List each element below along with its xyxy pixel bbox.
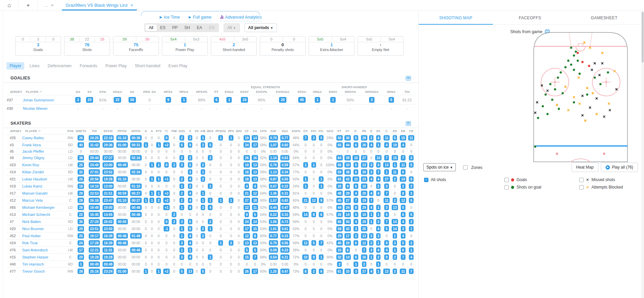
player-link[interactable]: Michael Schiechl [22, 211, 66, 218]
shot-on-goal-marker[interactable] [570, 47, 572, 49]
tab-faceoffs[interactable]: FACEOFFS [493, 11, 567, 24]
col-header[interactable]: SHGA [309, 89, 325, 95]
col-header[interactable]: SHIFTS [74, 128, 87, 134]
table-row[interactable]: #5Jacob PfefferLD000:0000:0000:0000:0000… [6, 149, 415, 154]
goal-marker[interactable] [588, 65, 590, 67]
col-header[interactable]: PT [212, 89, 221, 95]
table-row[interactable]: #23Kevin RoyLW2524:4023:0000:4900:000110… [6, 162, 415, 169]
player-link[interactable]: Marcus Vela [22, 197, 66, 204]
player-link[interactable]: Lukas Kainz [22, 183, 66, 190]
player-link[interactable]: Jonas Gunnarsson [23, 95, 73, 105]
link-advanced-analytics[interactable]: Advanced Analytics [220, 14, 262, 21]
col-header[interactable]: XGF% [290, 128, 301, 134]
table-row[interactable]: #21Lukas HaudumLW2620:5619:2801:1000:000… [6, 176, 415, 183]
shot-on-goal-marker[interactable] [534, 145, 536, 148]
view-tab-lines[interactable]: Lines [26, 62, 43, 70]
home-icon[interactable]: ⌂ [0, 0, 19, 10]
shot-on-goal-marker[interactable] [554, 88, 556, 91]
shot-on-goal-marker[interactable] [573, 54, 575, 57]
col-header[interactable]: P+ [343, 128, 352, 134]
col-header[interactable]: ESGA [221, 89, 237, 95]
table-row[interactable]: #14Kilian ZündelRD3227:0123:5200:0002:34… [6, 169, 415, 176]
shot-on-goal-marker[interactable] [593, 76, 596, 79]
player-link[interactable]: Lukas Haudum [22, 176, 66, 183]
col-header[interactable]: EN [399, 128, 407, 134]
shot-on-goal-marker[interactable] [586, 93, 588, 96]
table-row[interactable]: #19Lukas KainzRW1814:1013:0000:0001:1000… [6, 183, 415, 190]
tab-gamesheet[interactable]: GAMESHEET [567, 11, 641, 24]
col-header[interactable]: XGF [268, 128, 279, 134]
col-header[interactable]: SOGA [109, 89, 125, 95]
col-header[interactable]: FO+ [310, 128, 318, 134]
col-header[interactable]: S [186, 128, 194, 134]
col-header[interactable]: PTS [155, 128, 162, 134]
attempts-blocked-checkbox[interactable] [579, 185, 584, 190]
col-header[interactable]: SV% [96, 89, 109, 95]
col-header[interactable]: PPSOG [214, 128, 227, 134]
shot-on-goal-marker[interactable] [558, 108, 560, 110]
add-tab-icon[interactable]: + [19, 0, 38, 10]
shot-on-goal-marker[interactable] [599, 83, 601, 85]
goal-marker[interactable] [581, 61, 584, 63]
spots-select[interactable]: Spots on ice ▼ [423, 163, 456, 171]
col-header[interactable]: %FO [325, 128, 335, 134]
col-header[interactable]: SHSOGA [360, 89, 384, 95]
col-header[interactable]: PPS [227, 128, 235, 134]
col-header[interactable]: SA [125, 89, 139, 95]
player-link[interactable]: Frank Hora [22, 142, 66, 149]
col-header[interactable]: P- [352, 128, 360, 134]
view-tab-even-play[interactable]: Even Play [165, 62, 190, 70]
shot-on-goal-marker[interactable] [560, 71, 562, 74]
shot-on-goal-marker[interactable] [579, 73, 581, 75]
player-link[interactable]: Casey Bailey [22, 134, 66, 142]
table-row[interactable]: #9Jimmy OlignyLD3829:4427:2700:0002:1600… [6, 154, 415, 162]
table-row[interactable]: #52Paul HuberRW2519:1716:3900:4801:48000… [6, 232, 415, 240]
table-row[interactable]: #15Stephen HarperC2019:2819:2800:0000:00… [6, 254, 415, 261]
col-header[interactable]: A/B [199, 128, 206, 134]
scrollbar-thumb[interactable] [642, 12, 644, 63]
col-header[interactable]: SOG [177, 128, 186, 134]
link-ice-time[interactable]: ▶ Ice Time [160, 14, 180, 21]
view-tab-power-play[interactable]: Power Play [102, 62, 130, 70]
col-header[interactable]: TOI [399, 89, 415, 95]
strength-tab-ea[interactable]: EA [193, 24, 205, 31]
columns-settings-icon[interactable] [406, 121, 411, 126]
table-row[interactable]: #17Manuel GanahlLW2923:5321:5100:5900:27… [6, 190, 415, 197]
col-header[interactable]: D [368, 128, 374, 134]
col-header[interactable]: GA [73, 89, 83, 95]
scrollbar[interactable] [641, 11, 644, 298]
col-header[interactable]: ESSV% [252, 89, 271, 95]
table-row[interactable]: #3Frank HoraRD4031:4229:3601:0000:31101+… [6, 142, 415, 149]
table-row[interactable]: #25Casey BaileyRW2624:2522:1801:1000:380… [6, 134, 415, 142]
col-header[interactable]: PT [335, 128, 343, 134]
col-header[interactable]: XGA [279, 128, 290, 134]
shot-on-goal-marker[interactable] [567, 59, 569, 62]
player-link[interactable]: Rok Ticar [22, 240, 66, 247]
table-row[interactable]: #7Nick BailenRD3527:2026:0200:5900:00000… [6, 218, 415, 225]
col-header[interactable]: SHSA [384, 89, 399, 95]
player-link[interactable]: Kilian Zündel [22, 169, 66, 176]
col-header[interactable]: CF [243, 128, 251, 134]
player-link[interactable]: Manuel Ganahl [22, 190, 66, 197]
col-header[interactable]: PLAYER↓ᴬ [22, 128, 66, 134]
col-header[interactable]: CF% [259, 128, 268, 134]
shot-on-goal-marker[interactable] [549, 83, 552, 85]
col-header[interactable]: SV [83, 89, 96, 95]
play-all-button[interactable]: ▶ Play all (76) [601, 163, 638, 172]
shot-on-goal-marker[interactable] [544, 93, 547, 96]
col-header[interactable]: ESSV [237, 89, 252, 95]
table-row[interactable]: #65Michael KernbergerLD2819:4919:0000:00… [6, 204, 415, 211]
strength-tab-es[interactable]: ES [157, 24, 169, 31]
view-tab-defencemen[interactable]: Defencemen [45, 62, 75, 70]
browser-tab[interactable]: … × [38, 0, 60, 10]
col-header[interactable]: HPGA [176, 89, 192, 95]
table-row[interactable]: #20Nico BrunnerLD2923:5123:5000:0000:000… [6, 225, 415, 232]
table-row[interactable]: #77Trevor GoochRW2825:1623:2401:0000:001… [6, 268, 415, 275]
missed-shots-checkbox[interactable] [579, 178, 584, 182]
shot-on-goal-marker[interactable] [546, 113, 549, 115]
col-header[interactable]: PIM [171, 128, 177, 134]
table-row[interactable]: #13Michael SchiechlC2215:4514:5500:0000:… [6, 211, 415, 218]
col-header[interactable]: DX [374, 128, 382, 134]
player-link[interactable]: Nick Bailen [22, 218, 66, 225]
col-header[interactable]: PEN. SA [139, 89, 161, 95]
